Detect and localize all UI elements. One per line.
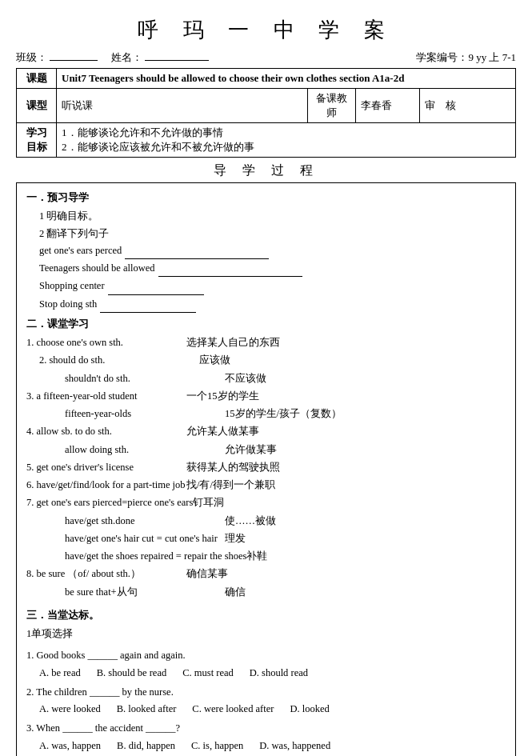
mc-section: 1. Good books ______ again and again. A.… [26,647,506,754]
mc-item-3: 3. When ______ the accident ______? A. w… [26,720,506,754]
class-field: 班级： 姓名： [16,50,209,65]
vocab-item-2: 2. should do sth. 应该做 [26,352,506,369]
section2-title: 二．课堂学习 [26,316,506,333]
section1-title: 一．预习导学 [26,190,506,206]
sub1-1: 1 明确目标。 [39,208,506,225]
vocab-item-5: 5. get one's driver's license 获得某人的驾驶执照 [26,459,506,476]
mc-item-1: 1. Good books ______ again and again. A.… [26,647,506,682]
vocab-item-1: 1. choose one's own sth. 选择某人自己的东西 [26,334,506,351]
vocab-item-8b: be sure that+从句 确信 [52,584,506,601]
vocab-item-7d: have/get the shoes repaired = repair the… [52,548,506,565]
guide-title: 导 学 过 程 [16,162,516,179]
sub1-2: 2 翻译下列句子 [39,226,506,242]
course-type-value: 听说课 [57,89,308,123]
page-title: 呼 玛 一 中 学 案 [16,16,516,44]
vocab-item-4: 4. allow sb. to do sth. 允许某人做某事 [26,423,506,440]
vocab-item-6: 6. have/get/find/look for a part-time jo… [26,477,506,494]
translation-2: Teenagers should be allowed [39,260,506,277]
vocab-item-3: 3. a fifteen-year-old student 一个15岁的学生 [26,388,506,405]
vocab-item-7: 7. get one's ears pierced=pierce one's e… [26,494,506,511]
teacher-label: 备课教师 [308,89,356,123]
teacher-value: 李春香 [356,89,420,123]
mc-item-2: 2. The children ______ by the nurse. A. … [26,684,506,718]
translation-3: Shopping center [39,278,506,294]
vocab-item-7b: have/get sth.done 使……被做 [52,513,506,530]
content-area: 一．预习导学 1 明确目标。 2 翻译下列句子 get one's ears p… [16,182,516,756]
course-type-label: 课型 [17,89,57,123]
info-table: 课题 Unit7 Teenagers should be allowed to … [16,68,516,158]
course-topic-label: 课题 [17,69,57,89]
vocab-item-2b: shouldn't do sth. 不应该做 [52,370,506,387]
course-topic-content: Unit7 Teenagers should be allowed to cho… [57,69,516,89]
vocab-item-7c: have/get one's hair cut = cut one's hair… [52,530,506,547]
vocab-item-3b: fifteen-year-olds 15岁的学生/孩子（复数） [52,406,506,422]
objectives-label: 学习 目标 [17,123,57,158]
code-field: 学案编号：9 yy 上 7-1 [416,50,516,65]
vocab-item-4b: allow doing sth. 允许做某事 [52,442,506,458]
section3-title: 三．当堂达标。 [26,607,506,624]
vocab-item-8: 8. be sure （of/ about sth.） 确信某事 [26,566,506,582]
review-label: 审 核 [420,89,516,123]
translation-1: get one's ears perced [39,242,506,259]
section3-sub: 1单项选择 [26,626,506,642]
translation-4: Stop doing sth [39,296,506,313]
objectives-content: 1．能够谈论允许和不允许做的事情 2．能够谈论应该被允许和不被允许做的事 [57,123,516,158]
